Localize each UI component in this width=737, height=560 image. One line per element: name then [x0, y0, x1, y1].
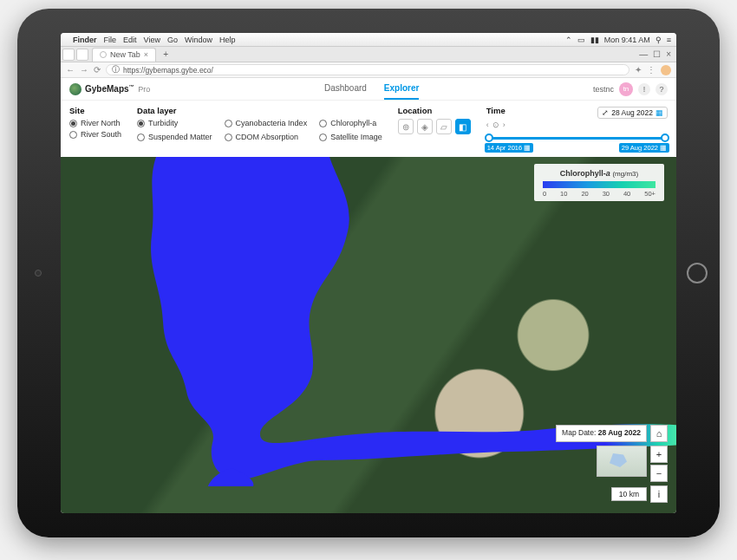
slider-handle-start[interactable] — [485, 133, 493, 142]
layer-cdom-absorption[interactable]: CDOM Absorption — [225, 133, 308, 141]
window-minimize-icon[interactable]: — — [639, 49, 648, 59]
tab-favicon — [100, 51, 107, 58]
minimap[interactable] — [597, 446, 647, 477]
datalayer-title: Data layer — [137, 106, 382, 115]
map-controls: Map Date: 28 Aug 2022 ⌂ + − 10 km i — [556, 425, 668, 503]
legend-units: (mg/m3) — [612, 170, 638, 178]
legend-tick: 10 — [560, 190, 567, 198]
legend-gradient — [543, 181, 655, 188]
map-viewport[interactable]: Chlorophyll-a (mg/m3) 0 10 20 30 40 50+ — [61, 157, 676, 513]
tablet-home-button[interactable] — [687, 263, 708, 283]
datalayer-selector: Data layer Turbidity Cyanobacteria Index… — [137, 106, 382, 148]
logo-mark-icon — [69, 83, 82, 95]
map-info-button[interactable]: i — [650, 485, 668, 503]
legend-tick: 20 — [581, 190, 588, 198]
browser-pinned-tab[interactable] — [62, 49, 75, 61]
browser-menu-icon[interactable]: ⋮ — [647, 65, 655, 75]
notifications-icon[interactable]: ! — [638, 83, 650, 95]
browser-tabbar: New Tab × + — ☐ × — [61, 47, 676, 62]
wifi-icon[interactable]: ⌃ — [565, 36, 572, 44]
location-pin-button[interactable]: ⊚ — [398, 119, 414, 134]
avatar[interactable]: tn — [619, 82, 633, 96]
legend-tick: 40 — [623, 190, 630, 198]
time-slider[interactable]: 14 Apr 2016▦ 29 Aug 2022▦ — [486, 134, 668, 148]
browser-extension-icon[interactable]: ✦ — [635, 65, 642, 75]
time-prev-button[interactable]: ‹ — [486, 120, 489, 129]
app-logo[interactable]: GybeMaps™ Pro — [69, 83, 150, 95]
browser-pinned-tab-2[interactable] — [76, 49, 88, 61]
nav-back-icon[interactable]: ← — [66, 65, 75, 75]
browser-tab[interactable]: New Tab × — [92, 48, 156, 62]
location-target-button[interactable]: ◈ — [417, 119, 433, 134]
legend-tick: 0 — [543, 190, 546, 198]
calendar-icon: ▦ — [655, 108, 663, 117]
time-play-button[interactable]: ⊙ — [492, 120, 499, 129]
spotlight-icon[interactable]: ⚲ — [655, 36, 662, 44]
url-text: https://gybemaps.gybe.eco/ — [123, 66, 213, 75]
mac-menu-file[interactable]: File — [104, 36, 117, 44]
site-info-icon[interactable]: ⓘ — [112, 65, 120, 75]
tab-close-icon[interactable]: × — [144, 50, 148, 59]
time-expand-icon: ⤢ — [602, 108, 609, 117]
brand-name: GybeMaps — [85, 84, 129, 94]
location-tools: Location ⊚ ◈ ▱ ◧ — [398, 106, 471, 148]
browser-urlbar: ← → ⟳ ⓘ https://gybemaps.gybe.eco/ ✦ ⋮ — [61, 62, 676, 78]
time-title: Time — [486, 106, 505, 115]
zoom-in-button[interactable]: + — [650, 446, 668, 463]
controls-panel: Site River North River South Data layer … — [61, 101, 676, 157]
airplay-icon[interactable]: ▭ — [577, 36, 585, 44]
app-header: GybeMaps™ Pro Dashboard Explorer testnc … — [61, 78, 676, 101]
legend-title: Chlorophyll- — [560, 169, 606, 178]
tablet-bezel: Finder File Edit View Go Window Help ⌃ ▭… — [17, 9, 720, 537]
map-scale: 10 km — [611, 487, 647, 501]
site-option-river-north[interactable]: River North — [69, 119, 121, 127]
slider-end-label: 29 Aug 2022▦ — [619, 143, 669, 153]
slider-track — [486, 137, 668, 140]
location-draw-button[interactable]: ▱ — [436, 119, 452, 134]
time-next-button[interactable]: › — [503, 120, 505, 129]
time-current-badge[interactable]: ⤢ 28 Aug 2022 ▦ — [597, 107, 668, 119]
tab-explorer[interactable]: Explorer — [384, 78, 420, 100]
layer-turbidity[interactable]: Turbidity — [137, 119, 212, 127]
battery-icon[interactable]: ▮▮ — [590, 36, 599, 44]
map-home-button[interactable]: ⌂ — [650, 425, 668, 442]
time-controls: Time ⤢ 28 Aug 2022 ▦ ‹ ⊙ › — [486, 106, 668, 148]
site-selector: Site River North River South — [69, 106, 121, 148]
site-title: Site — [69, 106, 121, 115]
menubar-clock[interactable]: Mon 9:41 AM — [604, 36, 650, 44]
mac-menu-help[interactable]: Help — [219, 36, 236, 44]
window-close-icon[interactable]: × — [666, 49, 671, 59]
zoom-out-button[interactable]: − — [650, 465, 668, 482]
site-option-river-south[interactable]: River South — [69, 130, 121, 139]
mac-menu-go[interactable]: Go — [167, 36, 178, 44]
legend-tick: 30 — [603, 190, 610, 198]
browser-profile-icon[interactable] — [661, 65, 671, 75]
mac-menu-view[interactable]: View — [144, 36, 160, 44]
window-maximize-icon[interactable]: ☐ — [653, 49, 661, 59]
menubar-list-icon[interactable]: ≡ — [667, 36, 671, 44]
layer-suspended-matter[interactable]: Suspended Matter — [137, 133, 212, 141]
nav-forward-icon[interactable]: → — [80, 65, 88, 75]
nav-reload-icon[interactable]: ⟳ — [94, 65, 101, 75]
tab-title: New Tab — [110, 50, 140, 59]
layer-satellite-image[interactable]: Satellite Image — [319, 133, 382, 141]
mac-menu-window[interactable]: Window — [185, 36, 212, 44]
location-bookmark-button[interactable]: ◧ — [455, 119, 471, 134]
legend-tick: 50+ — [644, 190, 655, 198]
help-icon[interactable]: ? — [655, 83, 668, 95]
layer-chlorophyll-a[interactable]: Chlorophyll-a — [319, 119, 382, 127]
tab-dashboard[interactable]: Dashboard — [324, 78, 367, 100]
slider-start-label: 14 Apr 2016▦ — [485, 143, 533, 153]
url-input[interactable]: ⓘ https://gybemaps.gybe.eco/ — [106, 64, 629, 75]
tablet-camera — [35, 270, 42, 277]
slider-handle-end[interactable] — [661, 133, 669, 142]
map-date-label: Map Date: 28 Aug 2022 — [556, 425, 647, 442]
macos-menubar: Finder File Edit View Go Window Help ⌃ ▭… — [61, 33, 676, 47]
map-legend: Chlorophyll-a (mg/m3) 0 10 20 30 40 50+ — [534, 164, 664, 201]
layer-cyanobacteria[interactable]: Cyanobacteria Index — [225, 119, 308, 127]
location-title: Location — [398, 106, 471, 115]
mac-menu-edit[interactable]: Edit — [123, 36, 137, 44]
new-tab-button[interactable]: + — [160, 49, 172, 61]
mac-menu-finder[interactable]: Finder — [73, 36, 97, 44]
username: testnc — [593, 85, 614, 94]
